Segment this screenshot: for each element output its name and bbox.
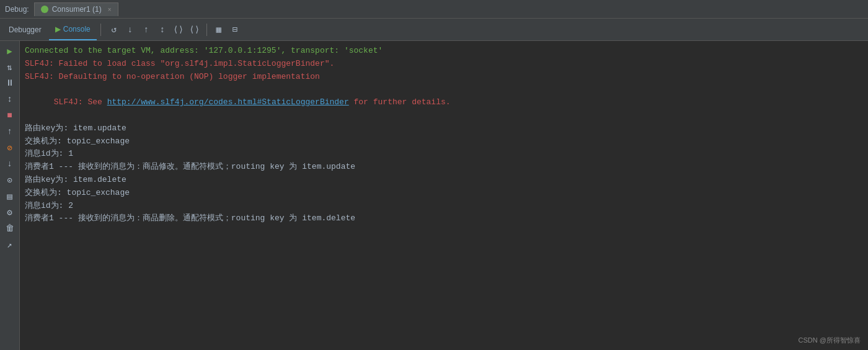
log-line-8: 消费者1 --- 接收到的消息为：商品修改。通配符模式；routing key … (25, 161, 863, 174)
tab-debugger[interactable]: Debugger (2, 19, 48, 40)
log-line-3: SLF4J: Defaulting to no-operation (NOP) … (25, 71, 863, 84)
tab-console[interactable]: ▶ Console (49, 19, 97, 40)
log-line-11: 消息id为: 2 (25, 200, 863, 213)
sidebar-btn-step[interactable]: ↕ (2, 92, 17, 107)
close-icon[interactable]: × (108, 6, 112, 13)
console-label: Console (63, 25, 91, 34)
sidebar-btn-print[interactable]: ▤ (2, 189, 17, 204)
debugger-label: Debugger (9, 25, 42, 34)
toolbar-icon-evaluate[interactable]: ⟨⟩ (172, 23, 185, 37)
console-run-icon: ▶ (55, 25, 61, 34)
toolbar-icons: ↺ ↓ ↑ ↕ ⟨⟩ ⟨⟩ ▦ ⊟ (107, 23, 242, 37)
tab-icon (41, 6, 48, 13)
log-line-1: Connected to the target VM, address: '12… (25, 45, 863, 58)
log-line-6: 交换机为: topic_exchage (25, 135, 863, 148)
sidebar-btn-stop[interactable]: ■ (2, 108, 17, 123)
toolbar-icon-eval2[interactable]: ⟨⟩ (188, 23, 202, 37)
sidebar-btn-pin[interactable]: ↗ (2, 237, 17, 252)
log-line-4-prefix: SLF4J: See (54, 97, 107, 107)
log-line-12: 消费者1 --- 接收到的消息为：商品删除。通配符模式；routing key … (25, 212, 863, 225)
log-line-5: 路由key为: item.update (25, 122, 863, 135)
sidebar-btn-down[interactable]: ↓ (2, 156, 17, 171)
log-line-4: SLF4J: See http://www.slf4j.org/codes.ht… (25, 83, 863, 122)
toolbar: Debugger ▶ Console ↺ ↓ ↑ ↕ ⟨⟩ ⟨⟩ ▦ ⊟ (0, 19, 868, 41)
toolbar-icon-split[interactable]: ⊟ (228, 23, 242, 37)
toolbar-icon-step-over[interactable]: ↕ (156, 23, 169, 37)
toolbar-separator-1 (100, 24, 101, 36)
log-line-4-link[interactable]: http://www.slf4j.org/codes.html#StaticLo… (107, 97, 349, 107)
sidebar-btn-mute[interactable]: ⊘ (2, 140, 17, 155)
log-line-10: 交换机为: topic_exchage (25, 187, 863, 200)
toolbar-icon-table[interactable]: ▦ (212, 23, 226, 37)
tab-name: Consumer1 (1) (52, 5, 102, 14)
log-line-7: 消息id为: 1 (25, 148, 863, 161)
console-output[interactable]: Connected to the target VM, address: '12… (20, 41, 868, 350)
sidebar-btn-up[interactable]: ↑ (2, 124, 17, 139)
sidebar-btn-rerun[interactable]: ⇅ (2, 60, 17, 74)
log-line-9: 路由key为: item.delete (25, 174, 863, 187)
toolbar-icon-step-out[interactable]: ↑ (140, 23, 153, 37)
debug-label: Debug: (5, 5, 29, 14)
sidebar-btn-camera[interactable]: ⊙ (2, 173, 17, 187)
toolbar-separator-2 (206, 24, 207, 36)
toolbar-icon-rerun[interactable]: ↺ (107, 23, 121, 37)
debug-panel: ▶ ⇅ ⏸ ↕ ■ ↑ ⊘ ↓ ⊙ ▤ ⚙ 🗑 ↗ Connected to t… (0, 41, 868, 350)
watermark: CSDN @所得智惊喜 (799, 336, 861, 345)
sidebar-btn-pause[interactable]: ⏸ (2, 76, 17, 91)
sidebar-btn-trash[interactable]: 🗑 (2, 221, 17, 236)
title-bar: Debug: Consumer1 (1) × (0, 0, 868, 19)
log-line-2: SLF4J: Failed to load class "org.slf4j.i… (25, 58, 863, 71)
sidebar-btn-settings[interactable]: ⚙ (2, 205, 17, 220)
debug-tab[interactable]: Consumer1 (1) × (34, 2, 118, 16)
left-sidebar: ▶ ⇅ ⏸ ↕ ■ ↑ ⊘ ↓ ⊙ ▤ ⚙ 🗑 ↗ (0, 41, 20, 350)
log-line-4-suffix: for further details. (349, 97, 451, 107)
toolbar-icon-restore[interactable]: ↓ (123, 23, 137, 37)
sidebar-btn-play[interactable]: ▶ (2, 43, 17, 58)
